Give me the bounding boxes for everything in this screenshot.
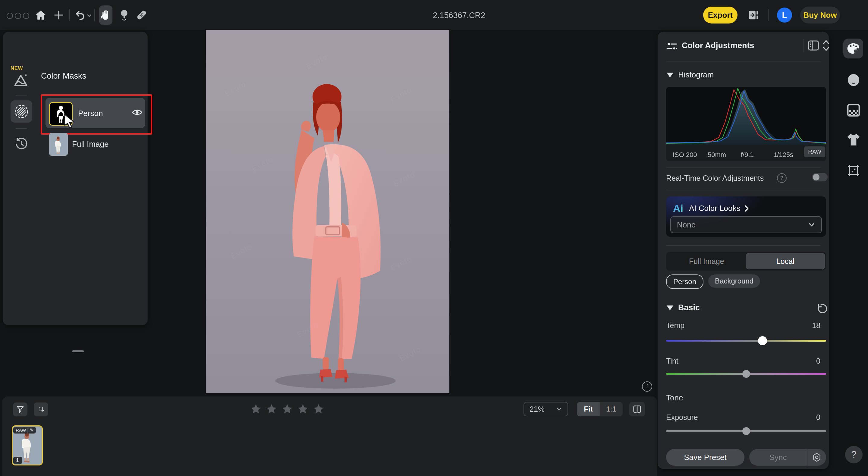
toggle-knob bbox=[813, 174, 819, 181]
exif-focal-length: 50mm bbox=[708, 151, 726, 159]
tshirt-icon bbox=[846, 133, 861, 147]
compare-view-button[interactable] bbox=[629, 402, 645, 416]
mask-tool-button[interactable] bbox=[10, 100, 32, 123]
window-control-close[interactable] bbox=[7, 13, 13, 19]
exposure-slider[interactable] bbox=[666, 430, 826, 432]
app-window: 2.156367.CR2 Export L Buy Now bbox=[0, 0, 868, 476]
star-icon[interactable] bbox=[281, 403, 293, 415]
exposure-value: 0 bbox=[816, 413, 820, 422]
ai-looks-dropdown[interactable]: None bbox=[670, 216, 822, 233]
tint-slider-knob[interactable] bbox=[742, 370, 750, 378]
filmstrip-thumbnail[interactable]: RAW | ✎ 1 bbox=[12, 425, 43, 466]
panel-resize-handle[interactable] bbox=[72, 350, 84, 352]
section-divider bbox=[666, 190, 820, 190]
star-icon[interactable] bbox=[297, 403, 309, 415]
mask-item-full-image[interactable]: Full Image bbox=[45, 132, 145, 158]
zoom-level-select[interactable]: 21% bbox=[524, 402, 568, 416]
exposure-slider-knob[interactable] bbox=[742, 427, 750, 435]
star-icon[interactable] bbox=[265, 403, 278, 415]
tone-section-title: Tone bbox=[666, 393, 683, 403]
tab-clothes[interactable] bbox=[846, 132, 861, 148]
help-button[interactable]: ? bbox=[845, 446, 863, 463]
star-icon[interactable] bbox=[312, 403, 325, 415]
tint-label: Tint bbox=[666, 357, 678, 366]
buy-now-button[interactable]: Buy Now bbox=[800, 7, 840, 24]
tab-color-adjustments[interactable] bbox=[843, 38, 863, 58]
zoom-fit-segment: Fit 1:1 bbox=[577, 402, 623, 416]
export-button[interactable]: Export bbox=[703, 7, 738, 24]
collapse-expand-button[interactable] bbox=[822, 39, 831, 52]
history-button[interactable] bbox=[15, 137, 28, 150]
undo-history-chevron-icon[interactable] bbox=[86, 12, 93, 19]
scope-local-tab[interactable]: Local bbox=[746, 253, 825, 269]
panel-title: Color Adjustments bbox=[682, 41, 754, 50]
section-divider bbox=[666, 167, 820, 168]
basic-section-title: Basic bbox=[678, 303, 700, 312]
add-photos-button[interactable] bbox=[52, 8, 65, 22]
full-image-thumbnail[interactable] bbox=[49, 133, 68, 156]
history-icon bbox=[15, 137, 28, 150]
toolbar-divider bbox=[94, 9, 95, 21]
ai-color-looks-row[interactable]: AI Color Looks bbox=[689, 204, 749, 213]
temp-slider-knob[interactable] bbox=[758, 336, 767, 345]
histogram-collapse-toggle[interactable] bbox=[667, 73, 673, 77]
section-divider bbox=[666, 61, 820, 61]
undo-button[interactable] bbox=[73, 8, 87, 22]
window-control-minimize[interactable] bbox=[15, 13, 21, 19]
tool-divider bbox=[16, 128, 27, 129]
ai-color-looks-card[interactable]: Ai AI Color Looks None bbox=[666, 196, 826, 237]
star-icon[interactable] bbox=[250, 403, 262, 415]
basic-reset-button[interactable] bbox=[815, 302, 827, 314]
basic-collapse-toggle[interactable] bbox=[667, 306, 673, 310]
triangle-down-icon bbox=[667, 73, 673, 77]
section-divider bbox=[666, 245, 820, 246]
chip-background[interactable]: Background bbox=[708, 275, 760, 288]
photo-canvas[interactable]: Evoto Evoto Evoto Evoto Evoto Evoto Evot… bbox=[206, 30, 450, 393]
chevron-up-down-icon bbox=[822, 39, 831, 52]
mask-item-person[interactable]: Person bbox=[45, 98, 145, 128]
tab-crop-composition[interactable] bbox=[846, 163, 861, 178]
image-info-icon[interactable]: i bbox=[642, 381, 652, 392]
cursor-pointer-icon bbox=[63, 114, 77, 129]
hand-tool-button[interactable] bbox=[99, 5, 113, 25]
export-queue-icon[interactable] bbox=[747, 8, 761, 22]
scope-full-image-tab[interactable]: Full Image bbox=[667, 253, 746, 269]
exif-shutter: 1/125s bbox=[773, 151, 793, 159]
realtime-toggle[interactable] bbox=[812, 173, 828, 181]
home-button[interactable] bbox=[34, 8, 47, 22]
ai-logo-icon: Ai bbox=[673, 202, 686, 214]
finger-tap-icon bbox=[119, 9, 129, 21]
bandaid-icon bbox=[135, 9, 148, 21]
panel-layout-button[interactable] bbox=[808, 40, 819, 51]
fit-button[interactable]: Fit bbox=[577, 402, 600, 416]
sort-button[interactable]: 1 bbox=[34, 403, 48, 416]
help-tooltip-icon[interactable]: ? bbox=[777, 173, 786, 183]
avatar[interactable]: L bbox=[777, 7, 792, 23]
sync-button[interactable]: Sync bbox=[749, 449, 807, 466]
realtime-label: Real-Time Color Adjustments bbox=[666, 174, 764, 183]
mask-chips-row: Person Background bbox=[666, 275, 760, 289]
exif-iso: ISO 200 bbox=[673, 151, 697, 159]
palette-icon bbox=[846, 42, 860, 55]
save-preset-button[interactable]: Save Preset bbox=[666, 449, 744, 466]
tool-divider bbox=[16, 95, 27, 95]
histogram[interactable] bbox=[666, 87, 826, 161]
window-control-zoom[interactable] bbox=[23, 13, 29, 19]
tint-slider[interactable] bbox=[666, 373, 826, 375]
hand-icon bbox=[101, 10, 111, 21]
rating-stars bbox=[250, 403, 325, 415]
filter-button[interactable] bbox=[13, 403, 27, 416]
hexagon-settings-icon bbox=[812, 452, 821, 462]
tab-portrait[interactable] bbox=[845, 72, 862, 89]
adjust-tool-button[interactable] bbox=[118, 8, 131, 22]
face-icon bbox=[846, 72, 861, 88]
mask-visibility-toggle[interactable] bbox=[132, 108, 143, 117]
temp-slider[interactable] bbox=[666, 340, 826, 342]
sort-icon: 1 bbox=[36, 405, 45, 414]
one-to-one-button[interactable]: 1:1 bbox=[600, 402, 623, 416]
split-panel-icon bbox=[808, 40, 819, 51]
chip-person[interactable]: Person bbox=[666, 275, 704, 289]
erase-tool-button[interactable] bbox=[135, 8, 148, 22]
tab-texture[interactable] bbox=[846, 102, 861, 118]
sync-settings-button[interactable] bbox=[807, 449, 826, 466]
